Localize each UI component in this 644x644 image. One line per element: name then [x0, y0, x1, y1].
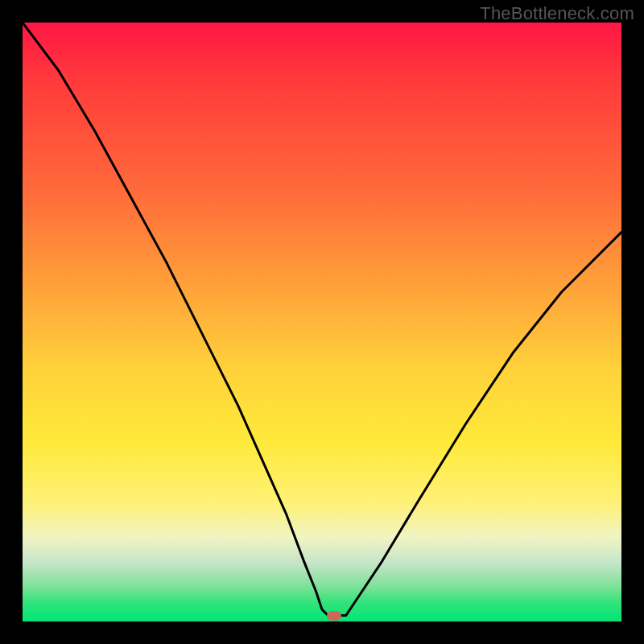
plot-area: [23, 23, 621, 621]
touchpoint-marker: [327, 611, 341, 621]
watermark-text: TheBottleneck.com: [480, 3, 634, 24]
bottleneck-curve: [23, 23, 621, 621]
chart-frame: TheBottleneck.com: [0, 0, 644, 644]
